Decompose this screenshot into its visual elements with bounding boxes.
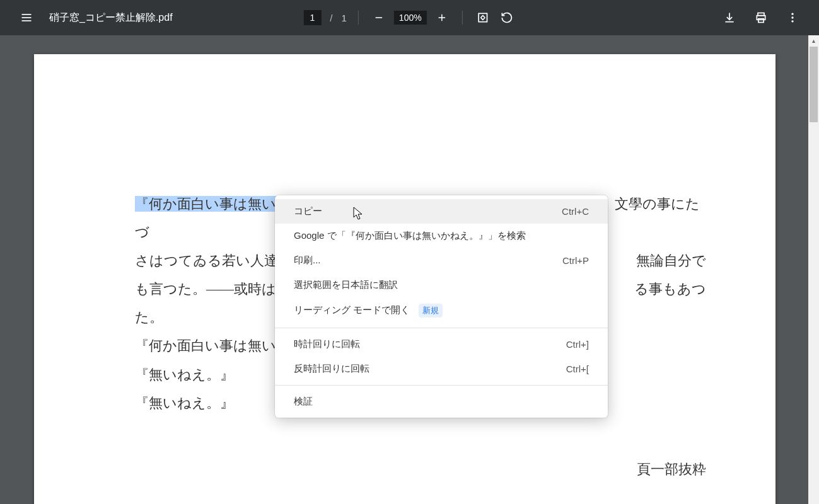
menu-separator <box>275 328 608 328</box>
zoom-out-icon[interactable] <box>370 9 388 26</box>
menu-item-inspect[interactable]: 検証 <box>275 389 608 414</box>
menu-item-print[interactable]: 印刷... Ctrl+P <box>275 248 608 273</box>
fit-page-icon[interactable] <box>474 9 492 26</box>
pdf-toolbar: 硝子窓_コピー禁止解除.pdf / 1 100% <box>0 0 819 35</box>
menu-separator <box>275 385 608 386</box>
attribution[interactable]: 頁一部抜粋 <box>135 455 706 483</box>
document-title: 硝子窓_コピー禁止解除.pdf <box>49 11 173 25</box>
page-number-input[interactable] <box>303 10 321 25</box>
zoom-in-icon[interactable] <box>433 9 451 26</box>
new-badge: 新規 <box>419 304 443 318</box>
text-line[interactable]: も言つた。――或時は、 <box>135 275 290 303</box>
scroll-up-icon[interactable]: ▴ <box>808 35 819 46</box>
svg-point-13 <box>791 20 793 22</box>
menu-item-rotate-cw[interactable]: 時計回りに回転 Ctrl+] <box>275 332 608 357</box>
context-menu: コピー Ctrl+C Google で「『何か面白い事は無いかねえ。』」を検索 … <box>275 195 608 418</box>
menu-item-copy[interactable]: コピー Ctrl+C <box>275 199 608 224</box>
divider <box>358 11 359 25</box>
zoom-level[interactable]: 100% <box>394 11 427 25</box>
page-separator: / <box>330 13 332 23</box>
menu-item-translate[interactable]: 選択範囲を日本語に翻訳 <box>275 273 608 297</box>
menu-icon[interactable] <box>18 9 35 26</box>
download-icon[interactable] <box>721 9 738 26</box>
page-total: 1 <box>342 13 347 23</box>
text-line[interactable]: さはつてゐる若い人達か <box>135 246 293 275</box>
more-icon[interactable] <box>784 9 801 26</box>
text-line[interactable]: 無論自分で <box>636 246 706 275</box>
menu-item-search[interactable]: Google で「『何か面白い事は無いかねえ。』」を検索 <box>275 224 608 248</box>
print-icon[interactable] <box>752 9 770 26</box>
scrollbar[interactable]: ▴ <box>808 35 819 504</box>
rotate-icon[interactable] <box>498 9 516 26</box>
text-line[interactable]: る事もあつ <box>634 275 706 303</box>
divider <box>462 11 463 25</box>
svg-rect-6 <box>479 13 487 21</box>
scrollbar-thumb[interactable] <box>810 47 818 122</box>
svg-point-11 <box>791 13 793 15</box>
svg-point-12 <box>791 16 793 18</box>
menu-item-rotate-ccw[interactable]: 反時計回りに回転 Ctrl+[ <box>275 357 608 381</box>
menu-item-reading-mode[interactable]: リーディング モードで開く 新規 <box>275 297 608 324</box>
